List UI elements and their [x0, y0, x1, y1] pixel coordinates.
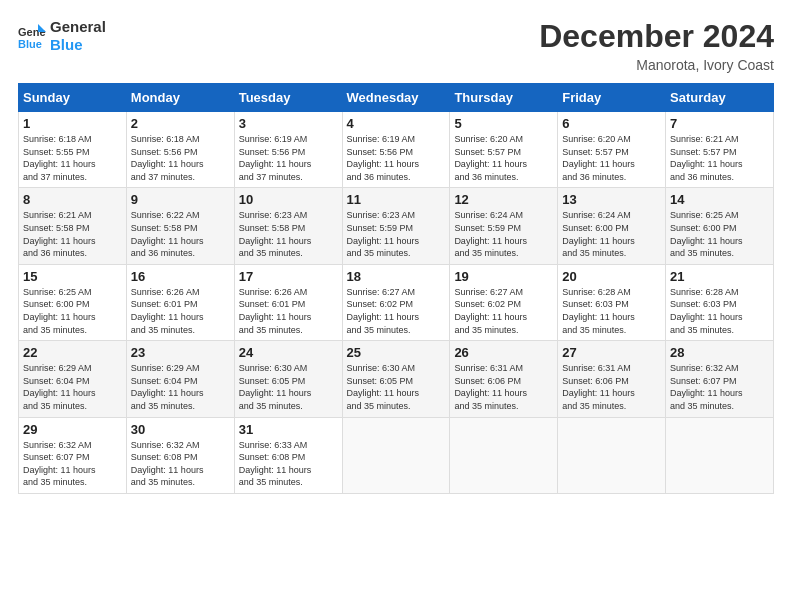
calendar-week-row: 22Sunrise: 6:29 AM Sunset: 6:04 PM Dayli… [19, 341, 774, 417]
day-info: Sunrise: 6:19 AM Sunset: 5:56 PM Dayligh… [347, 133, 446, 183]
day-info: Sunrise: 6:32 AM Sunset: 6:07 PM Dayligh… [23, 439, 122, 489]
day-number: 18 [347, 269, 446, 284]
day-number: 31 [239, 422, 338, 437]
calendar-week-row: 15Sunrise: 6:25 AM Sunset: 6:00 PM Dayli… [19, 264, 774, 340]
day-info: Sunrise: 6:28 AM Sunset: 6:03 PM Dayligh… [670, 286, 769, 336]
calendar-table: SundayMondayTuesdayWednesdayThursdayFrid… [18, 83, 774, 494]
day-info: Sunrise: 6:23 AM Sunset: 5:58 PM Dayligh… [239, 209, 338, 259]
day-number: 9 [131, 192, 230, 207]
calendar-cell: 1Sunrise: 6:18 AM Sunset: 5:55 PM Daylig… [19, 112, 127, 188]
logo-icon: General Blue [18, 22, 46, 50]
day-info: Sunrise: 6:28 AM Sunset: 6:03 PM Dayligh… [562, 286, 661, 336]
day-number: 25 [347, 345, 446, 360]
calendar-cell [342, 417, 450, 493]
day-number: 15 [23, 269, 122, 284]
day-info: Sunrise: 6:29 AM Sunset: 6:04 PM Dayligh… [23, 362, 122, 412]
calendar-cell: 2Sunrise: 6:18 AM Sunset: 5:56 PM Daylig… [126, 112, 234, 188]
calendar-cell: 17Sunrise: 6:26 AM Sunset: 6:01 PM Dayli… [234, 264, 342, 340]
day-info: Sunrise: 6:26 AM Sunset: 6:01 PM Dayligh… [131, 286, 230, 336]
calendar-cell: 23Sunrise: 6:29 AM Sunset: 6:04 PM Dayli… [126, 341, 234, 417]
calendar-cell: 19Sunrise: 6:27 AM Sunset: 6:02 PM Dayli… [450, 264, 558, 340]
day-number: 17 [239, 269, 338, 284]
day-number: 3 [239, 116, 338, 131]
day-info: Sunrise: 6:26 AM Sunset: 6:01 PM Dayligh… [239, 286, 338, 336]
calendar-cell: 8Sunrise: 6:21 AM Sunset: 5:58 PM Daylig… [19, 188, 127, 264]
calendar-cell: 13Sunrise: 6:24 AM Sunset: 6:00 PM Dayli… [558, 188, 666, 264]
day-info: Sunrise: 6:24 AM Sunset: 5:59 PM Dayligh… [454, 209, 553, 259]
day-header-tuesday: Tuesday [234, 84, 342, 112]
header: General Blue General Blue December 2024 … [18, 18, 774, 73]
calendar-cell: 30Sunrise: 6:32 AM Sunset: 6:08 PM Dayli… [126, 417, 234, 493]
day-info: Sunrise: 6:21 AM Sunset: 5:58 PM Dayligh… [23, 209, 122, 259]
calendar-cell: 16Sunrise: 6:26 AM Sunset: 6:01 PM Dayli… [126, 264, 234, 340]
calendar-cell: 14Sunrise: 6:25 AM Sunset: 6:00 PM Dayli… [666, 188, 774, 264]
calendar-cell: 7Sunrise: 6:21 AM Sunset: 5:57 PM Daylig… [666, 112, 774, 188]
calendar-cell: 28Sunrise: 6:32 AM Sunset: 6:07 PM Dayli… [666, 341, 774, 417]
calendar-cell: 22Sunrise: 6:29 AM Sunset: 6:04 PM Dayli… [19, 341, 127, 417]
calendar-body: 1Sunrise: 6:18 AM Sunset: 5:55 PM Daylig… [19, 112, 774, 494]
logo-blue: Blue [50, 36, 106, 54]
day-header-wednesday: Wednesday [342, 84, 450, 112]
calendar-cell: 10Sunrise: 6:23 AM Sunset: 5:58 PM Dayli… [234, 188, 342, 264]
calendar-cell: 31Sunrise: 6:33 AM Sunset: 6:08 PM Dayli… [234, 417, 342, 493]
calendar-week-row: 8Sunrise: 6:21 AM Sunset: 5:58 PM Daylig… [19, 188, 774, 264]
calendar-cell: 27Sunrise: 6:31 AM Sunset: 6:06 PM Dayli… [558, 341, 666, 417]
calendar-cell: 12Sunrise: 6:24 AM Sunset: 5:59 PM Dayli… [450, 188, 558, 264]
day-info: Sunrise: 6:18 AM Sunset: 5:56 PM Dayligh… [131, 133, 230, 183]
day-header-monday: Monday [126, 84, 234, 112]
calendar-cell: 26Sunrise: 6:31 AM Sunset: 6:06 PM Dayli… [450, 341, 558, 417]
calendar-cell: 18Sunrise: 6:27 AM Sunset: 6:02 PM Dayli… [342, 264, 450, 340]
day-number: 28 [670, 345, 769, 360]
calendar-cell [666, 417, 774, 493]
day-number: 29 [23, 422, 122, 437]
day-info: Sunrise: 6:22 AM Sunset: 5:58 PM Dayligh… [131, 209, 230, 259]
day-header-saturday: Saturday [666, 84, 774, 112]
calendar-cell: 3Sunrise: 6:19 AM Sunset: 5:56 PM Daylig… [234, 112, 342, 188]
day-header-thursday: Thursday [450, 84, 558, 112]
day-number: 27 [562, 345, 661, 360]
day-info: Sunrise: 6:23 AM Sunset: 5:59 PM Dayligh… [347, 209, 446, 259]
calendar-page: General Blue General Blue December 2024 … [0, 0, 792, 612]
day-info: Sunrise: 6:32 AM Sunset: 6:08 PM Dayligh… [131, 439, 230, 489]
day-info: Sunrise: 6:25 AM Sunset: 6:00 PM Dayligh… [670, 209, 769, 259]
calendar-cell: 24Sunrise: 6:30 AM Sunset: 6:05 PM Dayli… [234, 341, 342, 417]
day-info: Sunrise: 6:32 AM Sunset: 6:07 PM Dayligh… [670, 362, 769, 412]
calendar-cell [558, 417, 666, 493]
day-header-sunday: Sunday [19, 84, 127, 112]
day-info: Sunrise: 6:31 AM Sunset: 6:06 PM Dayligh… [562, 362, 661, 412]
day-header-friday: Friday [558, 84, 666, 112]
day-number: 13 [562, 192, 661, 207]
calendar-cell: 4Sunrise: 6:19 AM Sunset: 5:56 PM Daylig… [342, 112, 450, 188]
day-number: 4 [347, 116, 446, 131]
day-info: Sunrise: 6:29 AM Sunset: 6:04 PM Dayligh… [131, 362, 230, 412]
day-info: Sunrise: 6:25 AM Sunset: 6:00 PM Dayligh… [23, 286, 122, 336]
calendar-cell: 15Sunrise: 6:25 AM Sunset: 6:00 PM Dayli… [19, 264, 127, 340]
svg-text:Blue: Blue [18, 38, 42, 50]
day-number: 12 [454, 192, 553, 207]
day-number: 23 [131, 345, 230, 360]
day-info: Sunrise: 6:21 AM Sunset: 5:57 PM Dayligh… [670, 133, 769, 183]
calendar-cell: 5Sunrise: 6:20 AM Sunset: 5:57 PM Daylig… [450, 112, 558, 188]
day-number: 20 [562, 269, 661, 284]
day-info: Sunrise: 6:20 AM Sunset: 5:57 PM Dayligh… [562, 133, 661, 183]
calendar-cell: 21Sunrise: 6:28 AM Sunset: 6:03 PM Dayli… [666, 264, 774, 340]
day-info: Sunrise: 6:20 AM Sunset: 5:57 PM Dayligh… [454, 133, 553, 183]
day-info: Sunrise: 6:18 AM Sunset: 5:55 PM Dayligh… [23, 133, 122, 183]
day-number: 8 [23, 192, 122, 207]
calendar-header-row: SundayMondayTuesdayWednesdayThursdayFrid… [19, 84, 774, 112]
calendar-cell: 25Sunrise: 6:30 AM Sunset: 6:05 PM Dayli… [342, 341, 450, 417]
day-number: 21 [670, 269, 769, 284]
calendar-week-row: 1Sunrise: 6:18 AM Sunset: 5:55 PM Daylig… [19, 112, 774, 188]
logo-general: General [50, 18, 106, 36]
calendar-cell: 20Sunrise: 6:28 AM Sunset: 6:03 PM Dayli… [558, 264, 666, 340]
day-number: 19 [454, 269, 553, 284]
calendar-cell: 29Sunrise: 6:32 AM Sunset: 6:07 PM Dayli… [19, 417, 127, 493]
day-info: Sunrise: 6:33 AM Sunset: 6:08 PM Dayligh… [239, 439, 338, 489]
day-number: 2 [131, 116, 230, 131]
calendar-cell [450, 417, 558, 493]
day-info: Sunrise: 6:30 AM Sunset: 6:05 PM Dayligh… [347, 362, 446, 412]
day-number: 7 [670, 116, 769, 131]
calendar-week-row: 29Sunrise: 6:32 AM Sunset: 6:07 PM Dayli… [19, 417, 774, 493]
location-subtitle: Manorota, Ivory Coast [539, 57, 774, 73]
calendar-cell: 6Sunrise: 6:20 AM Sunset: 5:57 PM Daylig… [558, 112, 666, 188]
